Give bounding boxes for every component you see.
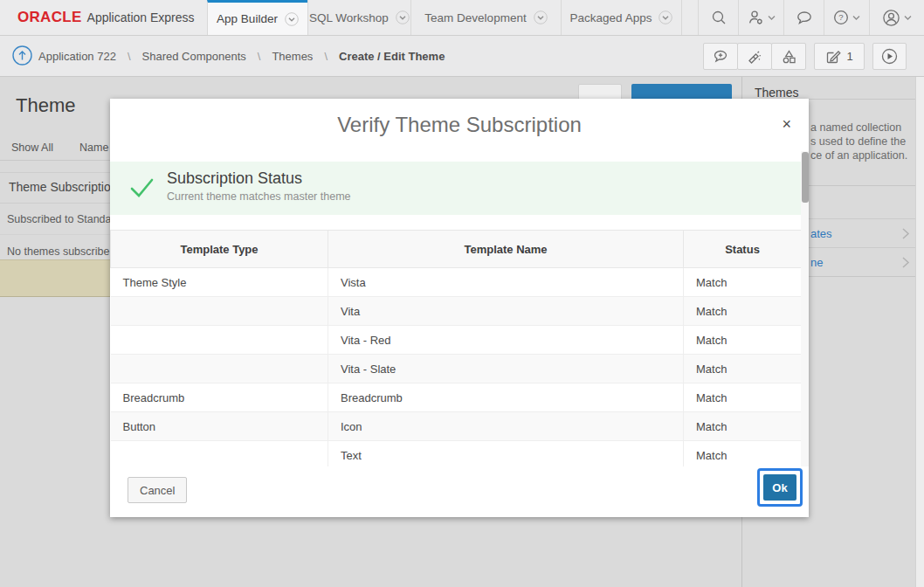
tab-label: SQL Workshop bbox=[309, 11, 389, 24]
sidebar-description-line: s used to define the bbox=[810, 135, 906, 148]
template-verification-table: Template Type Template Name Status Theme… bbox=[110, 230, 802, 470]
status-message: Current theme matches master theme bbox=[167, 190, 351, 203]
breadcrumb: Application 722 \ Shared Components \ Th… bbox=[38, 36, 445, 76]
help-button[interactable]: ? bbox=[824, 0, 869, 35]
cell-template-name: Breadcrumb bbox=[328, 383, 684, 412]
tab-packaged-apps[interactable]: Packaged Apps bbox=[561, 0, 682, 35]
breadcrumb-separator: \ bbox=[258, 50, 261, 63]
product-name: Application Express bbox=[87, 10, 195, 24]
top-bar: ORACLE Application Express App Builder S… bbox=[0, 0, 924, 36]
oracle-logo: ORACLE bbox=[17, 9, 82, 26]
cell-template-type: Breadcrumb bbox=[111, 383, 328, 412]
table-row: Vita - RedMatch bbox=[111, 326, 802, 355]
sidebar-title: Themes bbox=[755, 86, 799, 100]
edit-page-button[interactable]: 1 bbox=[814, 43, 865, 70]
breadcrumb-bar: Application 722 \ Shared Components \ Th… bbox=[0, 36, 924, 77]
chevron-down-icon bbox=[768, 14, 776, 21]
sidebar-link-label: ne bbox=[810, 256, 823, 269]
cell-template-name: Vita - Slate bbox=[328, 355, 684, 383]
subscription-row: No themes subscribe bbox=[7, 245, 109, 258]
bubble-plus-icon bbox=[713, 49, 728, 64]
cell-status: Match bbox=[684, 355, 802, 383]
region-title-theme-subscription: Theme Subscriptio bbox=[9, 180, 111, 194]
breadcrumb-shared-components[interactable]: Shared Components bbox=[142, 50, 246, 63]
cell-template-type bbox=[111, 441, 328, 470]
sidebar-description-line: a named collection bbox=[810, 121, 901, 134]
subscription-row: Subscribed to Standa bbox=[7, 213, 112, 225]
table-row: BreadcrumbBreadcrumbMatch bbox=[111, 383, 802, 412]
svg-text:?: ? bbox=[838, 12, 843, 22]
cell-status: Match bbox=[684, 441, 802, 470]
edit-page-number: 1 bbox=[846, 50, 852, 63]
up-level-button[interactable] bbox=[12, 45, 32, 66]
page-scrollbar[interactable] bbox=[915, 77, 924, 587]
chevron-down-icon bbox=[534, 10, 548, 24]
dialog-scrollbar-thumb[interactable] bbox=[802, 152, 809, 203]
close-icon[interactable]: × bbox=[782, 115, 791, 133]
cell-template-type bbox=[111, 326, 328, 355]
status-title: Subscription Status bbox=[167, 169, 302, 188]
cell-template-type bbox=[111, 355, 328, 383]
breadcrumb-separator: \ bbox=[324, 50, 328, 63]
cell-template-type bbox=[111, 297, 328, 326]
arrow-up-circle-icon bbox=[12, 45, 32, 66]
tab-label: Team Development bbox=[424, 11, 526, 24]
chevron-down-icon bbox=[285, 12, 299, 26]
feedback-button[interactable] bbox=[783, 0, 824, 35]
page-title: Theme bbox=[16, 94, 75, 117]
tab-team-development[interactable]: Team Development bbox=[410, 0, 561, 35]
cell-template-name: Vita bbox=[328, 297, 684, 326]
verify-theme-subscription-dialog: Verify Theme Subscription × Subscription… bbox=[110, 99, 809, 517]
tab-app-builder[interactable]: App Builder bbox=[207, 0, 307, 35]
administration-button[interactable] bbox=[738, 0, 783, 35]
breadcrumb-themes[interactable]: Themes bbox=[272, 50, 313, 63]
cell-template-name: Vita - Red bbox=[328, 326, 684, 355]
table-row: Vita - SlateMatch bbox=[111, 355, 802, 383]
add-feedback-button[interactable] bbox=[703, 43, 738, 70]
tab-label: Packaged Apps bbox=[570, 11, 652, 24]
search-button[interactable] bbox=[698, 0, 738, 35]
utilities-button[interactable] bbox=[737, 43, 772, 70]
cell-status: Match bbox=[684, 412, 802, 441]
column-header: Template Type bbox=[111, 231, 328, 268]
play-icon bbox=[881, 48, 898, 65]
cancel-button[interactable]: Cancel bbox=[128, 477, 187, 503]
cell-status: Match bbox=[684, 326, 802, 355]
column-header: Template Name bbox=[328, 231, 684, 268]
sidebar-description-line: ce of an application. bbox=[810, 149, 907, 162]
sidebar-link-label: ates bbox=[810, 227, 832, 240]
search-icon bbox=[711, 10, 727, 25]
filter-tab-name[interactable]: Name bbox=[79, 142, 108, 154]
filter-tab-show-all[interactable]: Show All bbox=[11, 142, 53, 154]
chevron-right-icon bbox=[901, 256, 910, 269]
help-icon: ? bbox=[833, 10, 849, 25]
speech-bubble-icon bbox=[796, 10, 813, 25]
chevron-down-icon bbox=[659, 10, 672, 24]
ok-button-focus-ring: Ok bbox=[757, 468, 803, 507]
cell-template-name: Vista bbox=[328, 268, 684, 297]
dialog-footer: Cancel Ok bbox=[110, 466, 809, 517]
run-application-button[interactable] bbox=[872, 43, 907, 70]
column-header: Status bbox=[684, 231, 802, 268]
chevron-down-icon bbox=[396, 10, 410, 24]
cell-template-name: Text bbox=[328, 441, 684, 470]
breadcrumb-current: Create / Edit Theme bbox=[339, 50, 445, 63]
chevron-right-icon bbox=[901, 227, 910, 240]
breadcrumb-separator: \ bbox=[128, 50, 131, 63]
ok-button[interactable]: Ok bbox=[763, 474, 796, 501]
cell-status: Match bbox=[684, 297, 802, 326]
shared-components-button[interactable] bbox=[771, 43, 806, 70]
table-row: ButtonIconMatch bbox=[111, 412, 802, 441]
admin-user-icon bbox=[748, 10, 764, 25]
tab-label: App Builder bbox=[217, 12, 278, 25]
cell-status: Match bbox=[684, 268, 802, 297]
dialog-title: Verify Theme Subscription bbox=[110, 99, 809, 151]
table-header-row: Template Type Template Name Status bbox=[111, 231, 802, 268]
breadcrumb-application[interactable]: Application 722 bbox=[38, 50, 116, 63]
account-menu-button[interactable] bbox=[869, 0, 924, 35]
table-row: Theme StyleVistaMatch bbox=[111, 268, 802, 297]
tab-sql-workshop[interactable]: SQL Workshop bbox=[307, 0, 410, 35]
cell-template-type: Theme Style bbox=[111, 268, 328, 297]
chevron-down-icon bbox=[852, 14, 860, 21]
chevron-down-icon bbox=[904, 14, 912, 21]
